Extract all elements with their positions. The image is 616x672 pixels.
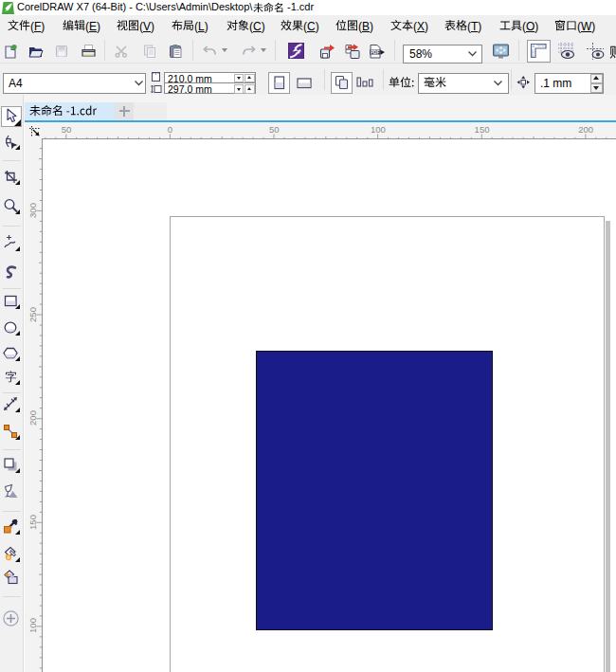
svg-text:PDF: PDF <box>371 49 379 54</box>
